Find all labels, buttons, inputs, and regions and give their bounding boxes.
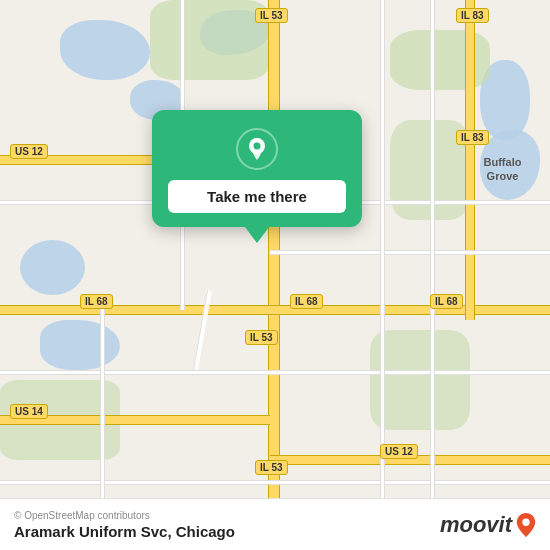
road-label-il68-left: IL 68 — [80, 294, 113, 309]
lake-5 — [40, 320, 120, 370]
road-label-us12-right: US 12 — [380, 444, 418, 459]
city-label-buffalo-grove: BuffaloGrove — [465, 155, 540, 184]
bottom-bar: © OpenStreetMap contributors Aramark Uni… — [0, 498, 550, 550]
location-pin-icon — [236, 128, 278, 170]
popup-card: Take me there — [152, 110, 362, 227]
road-secondary-h2 — [0, 370, 550, 375]
svg-point-3 — [522, 518, 529, 525]
road-secondary-v2 — [380, 0, 385, 550]
moovit-wordmark: moovit — [440, 512, 512, 538]
lake-4 — [20, 240, 85, 295]
road-label-il53-mid: IL 53 — [245, 330, 278, 345]
road-label-il83-mid: IL 83 — [456, 130, 489, 145]
moovit-logo: moovit — [440, 512, 536, 538]
road-label-us14: US 14 — [10, 404, 48, 419]
location-title: Aramark Uniform Svc, Chicago — [14, 523, 235, 540]
road-label-il68-mid: IL 68 — [290, 294, 323, 309]
bottom-bar-info: © OpenStreetMap contributors Aramark Uni… — [14, 510, 235, 540]
green-area-5 — [370, 330, 470, 430]
road-label-il68-right: IL 68 — [430, 294, 463, 309]
road-secondary-v4 — [430, 0, 435, 550]
road-secondary-h4 — [0, 480, 550, 485]
road-label-il83-top: IL 83 — [456, 8, 489, 23]
take-me-there-button[interactable]: Take me there — [168, 180, 346, 213]
road-label-il53-top: IL 53 — [255, 8, 288, 23]
road-label-il53-bottom: IL 53 — [255, 460, 288, 475]
svg-point-2 — [254, 143, 261, 150]
road-secondary-h3 — [270, 250, 550, 255]
moovit-pin-icon — [516, 513, 536, 537]
green-area-2 — [390, 30, 490, 90]
map-container: IL 53 IL 53 IL 53 IL 68 IL 68 IL 68 US 1… — [0, 0, 550, 550]
attribution-text: © OpenStreetMap contributors — [14, 510, 235, 521]
road-label-us12-left: US 12 — [10, 144, 48, 159]
green-area-1 — [150, 0, 270, 80]
